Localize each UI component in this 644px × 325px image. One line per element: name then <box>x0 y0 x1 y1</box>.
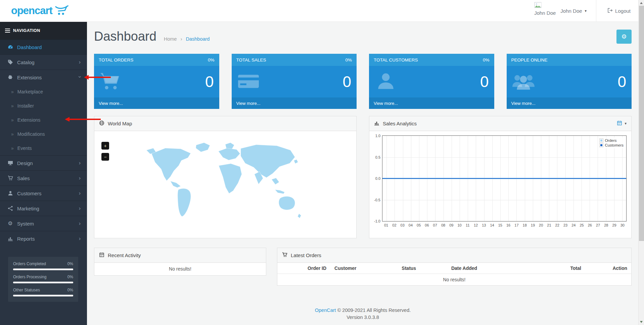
broken-image-icon <box>534 2 542 9</box>
chevron-right-icon: › <box>79 220 81 227</box>
sidebar-item-label: System <box>17 221 34 227</box>
map-zoom-in-button[interactable]: + <box>101 142 109 150</box>
sidebar-item-sales[interactable]: Sales › <box>0 170 87 186</box>
stat-value: 0% <box>67 288 73 292</box>
recent-activity-panel: Recent Activity No results! <box>94 248 266 276</box>
x-tick-label: 02 <box>392 223 396 227</box>
map-zoom-out-button[interactable]: − <box>101 153 109 161</box>
sidebar-item-label: Design <box>17 160 33 166</box>
breadcrumb-home-link[interactable]: Home <box>164 36 177 42</box>
user-avatar-link[interactable]: John Doe <box>534 2 556 16</box>
opencart-logo[interactable]: opencart <box>0 0 87 22</box>
column-header-date-added: Date Added <box>447 263 532 274</box>
gridline <box>382 157 626 158</box>
sidebar-item-system[interactable]: ⚙ System › <box>0 216 87 231</box>
stat-label: Orders Processing <box>13 275 46 279</box>
view-more-link[interactable]: View more... <box>99 101 123 106</box>
sidebar-item-catalog[interactable]: Catalog › <box>0 54 87 70</box>
main-content: Dashboard Home › Dashboard ⚙ TOTAL ORDER… <box>87 22 638 325</box>
sidebar-navigation: NAVIGATION Dashboard Catalog › Extension… <box>0 22 87 325</box>
stat-value: 0% <box>67 261 73 266</box>
view-more-link[interactable]: View more... <box>374 101 398 106</box>
y-tick-label: 0.0 <box>371 176 380 180</box>
cart-swoosh-icon <box>55 5 69 17</box>
x-tick-label: 17 <box>514 223 518 227</box>
sidebar-item-design[interactable]: Design › <box>0 155 87 170</box>
sidebar-subitem-installer[interactable]: » Installer <box>0 99 87 113</box>
x-tick-label: 26 <box>588 223 592 227</box>
scrollbar-down-arrow-icon[interactable] <box>640 321 643 323</box>
calendar-icon <box>617 120 622 127</box>
x-tick-label: 16 <box>506 223 510 227</box>
sales-chart: 1.00.50.0-0.5-1.0 OrdersCustomers 010203… <box>382 135 627 229</box>
x-tick-label: 10 <box>457 223 461 227</box>
cart-icon <box>7 175 13 181</box>
user-icon <box>7 191 13 196</box>
cart-icon <box>100 71 122 92</box>
double-angle-icon: » <box>11 131 14 137</box>
top-bar: opencart John Doe John Doe ▾ <box>0 0 644 22</box>
chart-plot: 1.00.50.0-0.5-1.0 OrdersCustomers <box>382 135 627 221</box>
bar-chart-icon <box>7 236 13 241</box>
scrollbar-thumb[interactable] <box>639 6 644 241</box>
sidebar-item-label: Catalog <box>17 59 35 65</box>
user-menu-label: John Doe <box>560 8 582 14</box>
user-icon <box>375 71 397 92</box>
double-angle-icon: » <box>11 89 14 94</box>
vertical-scrollbar[interactable] <box>638 0 644 325</box>
stat-row: Orders Completed 0% <box>13 261 73 270</box>
caret-down-icon: ▾ <box>625 121 627 126</box>
view-more-link[interactable]: View more... <box>236 101 261 106</box>
column-header-customer: Customer <box>330 263 398 274</box>
sidebar-subitem-events[interactable]: » Events <box>0 141 87 155</box>
logout-button[interactable]: Logout <box>596 8 644 14</box>
breadcrumb: Home › Dashboard <box>164 36 210 42</box>
stat-label: Other Statuses <box>13 288 40 292</box>
world-map[interactable]: + − <box>94 131 356 238</box>
x-tick-label: 29 <box>612 223 616 227</box>
legend-color-box <box>599 138 603 143</box>
user-menu[interactable]: John Doe ▾ <box>560 8 587 14</box>
panel-title: Latest Orders <box>291 252 321 258</box>
latest-orders-empty: No results! <box>277 274 631 286</box>
credit-card-icon <box>237 71 260 92</box>
stat-row: Orders Processing 0% <box>13 275 73 283</box>
column-header-status: Status <box>398 263 447 274</box>
sidebar-subitem-extensions[interactable]: » Extensions <box>0 113 87 127</box>
gear-icon: ⚙ <box>7 221 13 226</box>
sidebar-item-extensions[interactable]: Extensions › <box>0 70 87 85</box>
bar-chart-icon <box>374 120 379 127</box>
x-tick-label: 30 <box>620 223 625 227</box>
sidebar-subitem-modifications[interactable]: » Modifications <box>0 127 87 141</box>
sidebar-item-reports[interactable]: Reports › <box>0 231 87 246</box>
cart-icon <box>282 252 287 258</box>
sidebar-item-label: Reports <box>17 236 35 242</box>
sidebar-item-dashboard[interactable]: Dashboard <box>0 39 87 54</box>
date-range-button[interactable]: ▾ <box>617 120 627 127</box>
settings-button[interactable]: ⚙ <box>616 30 632 44</box>
table-row: No results! <box>277 274 631 286</box>
sidebar-subitem-label: Events <box>17 146 32 151</box>
sidebar-subitem-marketplace[interactable]: » Marketplace <box>0 85 87 99</box>
caret-down-icon: ▾ <box>585 9 587 13</box>
world-map-graphic <box>145 140 306 229</box>
tile-label: TOTAL CUSTOMERS <box>374 57 418 63</box>
sidebar-item-customers[interactable]: Customers › <box>0 186 87 201</box>
sidebar-item-marketing[interactable]: Marketing › <box>0 201 87 216</box>
view-more-link[interactable]: View more... <box>511 101 536 106</box>
opencart-footer-link[interactable]: OpenCart <box>315 308 336 313</box>
scrollbar-up-arrow-icon[interactable] <box>640 2 643 4</box>
chevron-right-icon: › <box>79 190 81 196</box>
tile-percent: 0% <box>483 57 490 63</box>
panel-title: World Map <box>108 121 132 126</box>
tile-label: TOTAL SALES <box>236 57 266 63</box>
y-tick-label: 0.5 <box>371 155 380 159</box>
x-tick-label: 08 <box>441 223 445 227</box>
x-tick-label: 14 <box>490 223 494 227</box>
chevron-right-icon: › <box>79 236 81 242</box>
legend-color-box <box>599 143 603 147</box>
sidebar-item-label: Extensions <box>17 75 42 80</box>
users-icon <box>512 71 535 92</box>
stat-value: 0% <box>67 275 73 279</box>
breadcrumb-current-link[interactable]: Dashboard <box>186 36 210 42</box>
